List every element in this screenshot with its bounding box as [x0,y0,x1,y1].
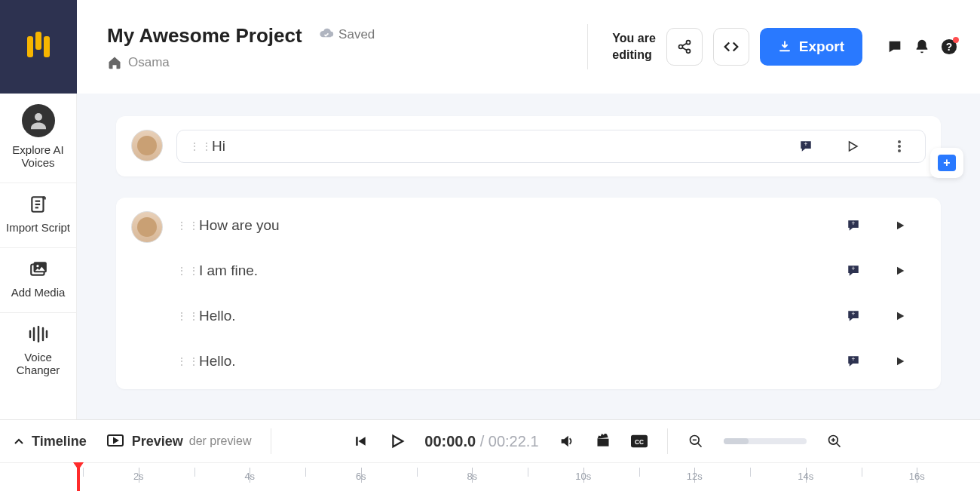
drag-handle-icon[interactable]: ⋮⋮ [189,144,203,149]
timeline-track[interactable]: 2s4s6s8s10s12s14s16s [0,462,980,491]
embed-button[interactable] [713,28,749,66]
script-line[interactable]: ⋮⋮ Hello. + [176,302,926,330]
speaker-avatar[interactable] [131,211,163,243]
svg-text:+: + [852,265,856,272]
zoom-in-button[interactable] [826,433,843,450]
speaker-avatar[interactable] [131,130,163,161]
bottom-bar: Timeline Preview der preview 00:00.0 / 0… [0,419,980,491]
drag-handle-icon[interactable]: ⋮⋮ [176,314,190,318]
script-icon [28,194,49,215]
svg-point-29 [898,149,901,152]
script-block-1: ⋮⋮ Hi + [116,116,941,176]
svg-line-22 [682,48,687,50]
svg-text:+: + [852,356,856,363]
export-button[interactable]: Export [760,28,862,66]
breadcrumb[interactable]: Osama [107,55,574,70]
svg-marker-41 [359,437,366,446]
timeline-label: Timeline [32,434,87,450]
play-line-button[interactable] [893,308,908,324]
sidebar-item-import-script[interactable]: Import Script [0,183,76,248]
script-line[interactable]: ⋮⋮ How are you + [176,211,926,240]
tick-label: 6s [356,471,366,482]
play-line-button[interactable] [893,218,908,233]
svg-point-27 [898,140,901,143]
comment-add-button[interactable]: + [798,139,813,154]
chevron-up-icon [14,437,24,445]
scene-button[interactable] [595,433,611,450]
volume-button[interactable] [559,433,575,450]
comment-add-button[interactable]: + [846,218,861,233]
sidebar: Explore AI Voices Import Script Add Medi… [0,0,77,491]
preview-icon [106,434,124,449]
svg-text:CC: CC [635,439,644,446]
svg-text:+: + [804,141,808,148]
header: My Awesome Project Saved Osama You are e… [77,0,980,94]
play-line-button[interactable] [845,139,860,154]
time-display: 00:00.0 / 00:22.1 [424,433,538,450]
home-icon [107,55,122,70]
help-button[interactable]: ? [941,38,957,55]
line-text[interactable]: How are you [199,217,837,234]
sidebar-item-explore-voices[interactable]: Explore AI Voices [0,94,76,183]
line-text[interactable]: I am fine. [199,262,837,279]
zoom-slider[interactable] [724,438,807,444]
script-line[interactable]: ⋮⋮ Hello. + [176,347,926,376]
preview-button[interactable]: Preview [106,434,183,450]
user-avatar-icon [22,104,55,137]
svg-rect-43 [597,439,608,447]
bell-icon [914,38,930,56]
skip-previous-button[interactable] [352,433,369,450]
comment-add-button[interactable]: + [846,354,861,369]
sidebar-item-label: Voice Changer [5,351,72,376]
timeline-toggle[interactable]: Timeline [14,434,87,450]
tick-label: 14s [798,471,813,482]
app-logo [0,0,77,94]
svg-line-21 [682,43,687,45]
breadcrumb-user: Osama [128,55,170,70]
line-menu-button[interactable] [892,139,907,154]
comment-add-button[interactable]: + [846,308,861,324]
tick-container: 2s4s6s8s10s12s14s16s [83,463,972,491]
add-block-button[interactable]: + [930,148,963,178]
line-input-row[interactable]: ⋮⋮ Hi + [176,130,926,163]
line-text[interactable]: Hi [212,138,789,155]
svg-marker-33 [897,267,904,275]
project-title[interactable]: My Awesome Project [107,24,302,47]
line-text[interactable]: Hello. [199,308,837,324]
sidebar-item-label: Import Script [6,221,70,234]
play-line-button[interactable] [893,263,908,278]
drag-handle-icon[interactable]: ⋮⋮ [176,223,190,228]
sidebar-item-voice-changer[interactable]: Voice Changer [0,313,76,390]
play-button[interactable] [388,433,405,450]
notifications-button[interactable] [914,38,930,55]
plus-icon: + [938,155,956,171]
playhead[interactable] [77,463,80,491]
chat-button[interactable] [887,38,903,55]
svg-marker-39 [114,438,118,443]
tick-label: 10s [575,471,591,482]
svg-text:+: + [852,311,856,318]
download-icon [778,40,792,54]
preview-subtext: der preview [189,434,252,448]
svg-point-12 [36,265,38,267]
drag-handle-icon[interactable]: ⋮⋮ [176,359,190,364]
svg-text:?: ? [946,41,952,53]
comment-add-button[interactable]: + [846,263,861,278]
media-icon [28,259,49,280]
share-button[interactable] [666,28,703,66]
line-text[interactable]: Hello. [199,353,837,370]
sidebar-item-add-media[interactable]: Add Media [0,248,76,313]
script-line[interactable]: ⋮⋮ I am fine. + [176,256,926,285]
drag-handle-icon[interactable]: ⋮⋮ [176,269,190,273]
svg-point-28 [898,145,901,148]
zoom-out-button[interactable] [688,433,704,450]
play-line-button[interactable] [893,354,908,369]
share-icon [677,39,692,54]
svg-marker-31 [897,222,904,230]
svg-point-18 [686,41,690,44]
svg-point-3 [35,113,42,121]
svg-line-47 [697,443,701,447]
tick-label: 4s [244,471,255,482]
svg-marker-26 [850,142,858,151]
captions-button[interactable]: CC [631,433,648,450]
